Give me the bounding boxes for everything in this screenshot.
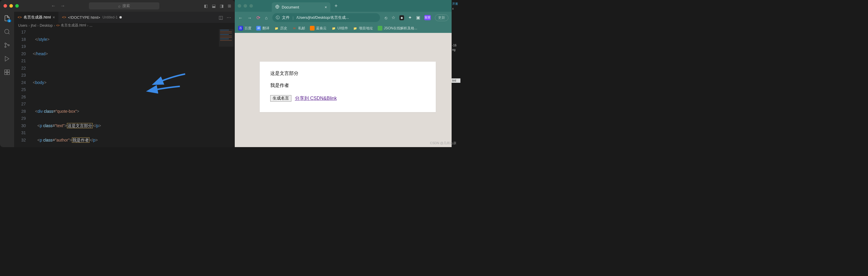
breadcrumb-item[interactable]: 名言生成器.html <box>61 23 86 28</box>
svg-point-4 <box>8 44 9 46</box>
quote-text: 这是文言部分 <box>270 70 425 76</box>
maximize-window-button[interactable] <box>249 4 253 8</box>
breadcrumb[interactable]: Users› jhxl› Desktop› <> 名言生成器.html› ... <box>14 23 235 28</box>
extensions-icon[interactable] <box>3 69 10 76</box>
folder-icon: 📁 <box>353 26 358 31</box>
code-editor[interactable]: 17181920212223242526272829303132 </style… <box>14 28 235 147</box>
explorer-icon[interactable]: 1 <box>3 15 10 22</box>
command-search-input[interactable]: ⌕ 搜索 <box>89 2 159 9</box>
bookmark-item[interactable]: 📁历史 <box>274 26 287 31</box>
page-viewport: 这是文言部分 我是作者 生成名言 分享到 CSDN&Blink <box>235 33 460 147</box>
svg-line-1 <box>8 33 10 34</box>
extension-icon[interactable]: ◆ <box>399 15 404 20</box>
bookmark-item[interactable]: ✉私邮 <box>292 26 305 31</box>
close-tab-icon[interactable]: × <box>324 5 327 9</box>
svg-point-3 <box>5 46 6 48</box>
url-path: /Users/jhxl/Desktop/名言生成... <box>297 15 349 20</box>
panel-right-icon[interactable]: ◨ <box>220 3 224 8</box>
bookmark-icon: 译 <box>256 26 261 31</box>
editor-tabs: <> 名言生成器.html × <> <!DOCTYPE html> Untit… <box>14 12 235 23</box>
unsaved-dot-icon <box>119 16 122 19</box>
bookmark-icon <box>378 26 382 31</box>
browser-toolbar: ← → ⟳ ⌂ ⓘ 文件 | /Users/jhxl/Desktop/名言生成.… <box>235 12 460 24</box>
chrome-window-controls <box>238 4 253 8</box>
forward-button[interactable]: → <box>247 15 252 20</box>
maximize-window-button[interactable] <box>15 4 19 8</box>
svg-point-0 <box>5 29 9 34</box>
share-icon[interactable]: ⎋ <box>385 15 388 20</box>
home-button[interactable]: ⌂ <box>265 15 268 20</box>
bookmark-item[interactable]: 📁项目地址 <box>353 26 373 31</box>
minimap[interactable] <box>219 29 234 47</box>
back-button[interactable]: ← <box>238 15 243 20</box>
layout-grid-icon[interactable]: ⊞ <box>228 3 231 8</box>
bookmark-item[interactable]: 译翻译 <box>256 26 269 31</box>
chrome-tab-strip: Document × + ⌄ <box>235 0 460 12</box>
breadcrumb-item[interactable]: ... <box>90 24 92 28</box>
share-link[interactable]: 分享到 CSDN&Blink <box>295 95 337 101</box>
vscode-titlebar: ← → ⌕ 搜索 ◧ ⬓ ◨ ⊞ <box>0 0 235 12</box>
url-scheme: 文件 <box>282 15 290 20</box>
browser-tab[interactable]: Document × <box>272 2 331 12</box>
panel-left-icon[interactable]: ◧ <box>204 3 208 8</box>
code-text-highlight: 我是作者 <box>72 137 90 143</box>
vscode-window: ← → ⌕ 搜索 ◧ ⬓ ◨ ⊞ 1 <box>0 0 235 147</box>
code-content[interactable]: </style> </head> <body> <div class="quot… <box>31 28 235 147</box>
folder-icon: 📁 <box>274 26 279 31</box>
bookmark-icon: ✉ <box>292 26 297 31</box>
reader-icon[interactable]: ▣ <box>416 15 420 20</box>
breadcrumb-item[interactable]: jhxl <box>31 24 36 28</box>
bookmark-item[interactable]: 蓝奏云 <box>310 26 327 31</box>
folder-icon: 📁 <box>331 26 336 31</box>
svg-rect-7 <box>5 72 7 74</box>
run-debug-icon[interactable] <box>3 55 10 62</box>
tab-title: Document <box>282 5 299 9</box>
bookmark-item[interactable]: 📁UI组件 <box>331 26 348 31</box>
bookmark-item[interactable]: 百百度 <box>238 26 251 31</box>
info-icon[interactable]: ⓘ <box>276 15 280 20</box>
close-tab-icon[interactable]: × <box>53 15 55 20</box>
search-activity-icon[interactable] <box>3 28 10 35</box>
bookmark-item[interactable]: JSON在线解析及格... <box>378 26 417 31</box>
minimize-window-button[interactable] <box>244 4 247 8</box>
split-editor-icon[interactable]: ◫ <box>219 15 223 20</box>
profile-badge[interactable]: 双世 <box>424 15 431 20</box>
update-button[interactable]: 更新 <box>435 14 448 21</box>
reload-button[interactable]: ⟳ <box>256 15 260 21</box>
minimize-window-button[interactable] <box>9 4 13 8</box>
explorer-badge: 1 <box>7 20 11 22</box>
line-numbers: 17181920212223242526272829303132 <box>14 28 31 147</box>
nav-arrows: ← → <box>51 3 65 8</box>
partial-right-panel: 开发 x -16 ng tml <box>452 0 460 147</box>
breadcrumb-item[interactable]: Desktop <box>40 24 53 28</box>
tab-subtitle: Untitled-1 <box>102 15 117 20</box>
new-quote-button[interactable]: 生成名言 <box>270 95 291 101</box>
puzzle-icon[interactable]: ✦ <box>408 15 412 20</box>
svg-rect-6 <box>7 70 9 72</box>
bookmark-icon: 百 <box>238 26 243 31</box>
more-actions-icon[interactable]: ⋯ <box>226 15 231 20</box>
bookmarks-bar: 百百度 译翻译 📁历史 ✉私邮 蓝奏云 📁UI组件 📁项目地址 JSON在线解析… <box>235 24 460 33</box>
nav-back-icon[interactable]: ← <box>51 3 56 8</box>
html-file-icon: <> <box>18 15 22 20</box>
quote-box: 这是文言部分 我是作者 生成名言 分享到 CSDN&Blink <box>260 62 436 112</box>
new-tab-button[interactable]: + <box>332 3 341 9</box>
bookmark-icon <box>310 26 315 31</box>
close-window-button[interactable] <box>238 4 241 8</box>
svg-rect-5 <box>5 70 7 72</box>
code-text-highlight: 这是文言部分 <box>67 123 93 128</box>
close-window-button[interactable] <box>3 4 7 8</box>
tab-file-2[interactable]: <> <!DOCTYPE html> Untitled-1 <box>58 12 125 23</box>
tab-file-1[interactable]: <> 名言生成器.html × <box>14 12 58 23</box>
panel-bottom-icon[interactable]: ⬓ <box>212 3 216 8</box>
globe-icon <box>275 5 279 10</box>
bookmark-star-icon[interactable]: ☆ <box>392 15 395 20</box>
breadcrumb-item[interactable]: Users <box>18 24 27 28</box>
source-control-icon[interactable] <box>3 42 10 49</box>
nav-forward-icon[interactable]: → <box>60 3 65 8</box>
svg-rect-8 <box>7 72 9 74</box>
editor-area: <> 名言生成器.html × <> <!DOCTYPE html> Untit… <box>14 12 235 147</box>
search-placeholder: 搜索 <box>122 3 130 8</box>
html-file-icon: <> <box>62 15 66 20</box>
address-bar[interactable]: ⓘ 文件 | /Users/jhxl/Desktop/名言生成... <box>272 13 380 22</box>
